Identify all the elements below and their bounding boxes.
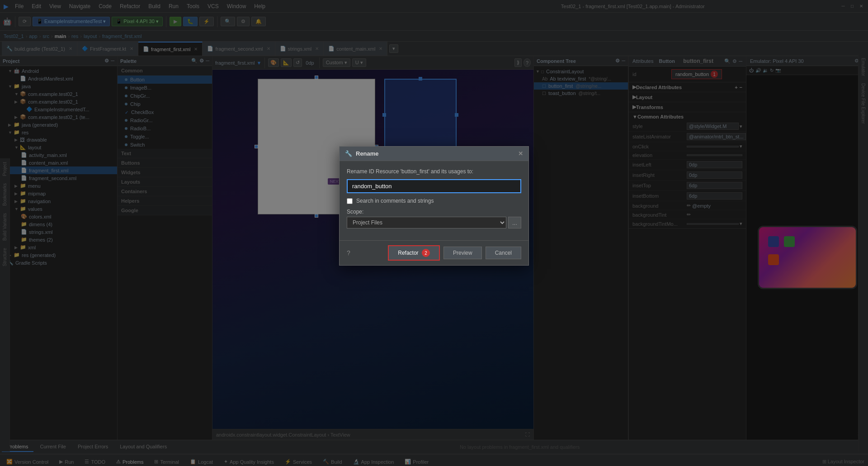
rename-checkbox-label: Search in comments and strings: [356, 198, 434, 204]
rename-scope-label: Scope:: [347, 209, 363, 215]
rename-checkbox-row: Search in comments and strings: [347, 198, 521, 204]
rename-dialog-close[interactable]: ✕: [518, 150, 523, 157]
rename-dialog: 🔧 Rename ✕ Rename ID Resource 'button_fi…: [339, 146, 529, 266]
rename-dialog-icon: 🔧: [345, 150, 352, 157]
rename-scope: Scope: Project Files ...: [347, 209, 521, 228]
rename-dialog-desc: Rename ID Resource 'button_first' and it…: [347, 168, 521, 175]
refactor-label: Refactor: [398, 250, 418, 256]
rename-dialog-footer: ? Refactor 2 Preview Cancel: [340, 240, 528, 265]
rename-dialog-overlay: 🔧 Rename ✕ Rename ID Resource 'button_fi…: [0, 0, 868, 466]
rename-comments-checkbox[interactable]: [347, 198, 353, 204]
rename-dialog-title: Rename: [356, 150, 379, 157]
rename-refactor-button[interactable]: Refactor 2: [388, 245, 440, 261]
rename-input[interactable]: [347, 179, 521, 193]
rename-preview-button[interactable]: Preview: [443, 247, 482, 259]
rename-dialog-header: 🔧 Rename ✕: [340, 147, 528, 161]
rename-scope-select[interactable]: Project Files: [347, 217, 506, 228]
rename-cancel-button[interactable]: Cancel: [486, 247, 521, 259]
rename-dialog-body: Rename ID Resource 'button_first' and it…: [340, 161, 528, 240]
rename-scope-browse-button[interactable]: ...: [508, 217, 521, 228]
rename-help-button[interactable]: ?: [347, 249, 350, 257]
refactor-badge: 2: [422, 249, 430, 257]
rename-scope-select-row: Project Files ...: [347, 217, 521, 228]
